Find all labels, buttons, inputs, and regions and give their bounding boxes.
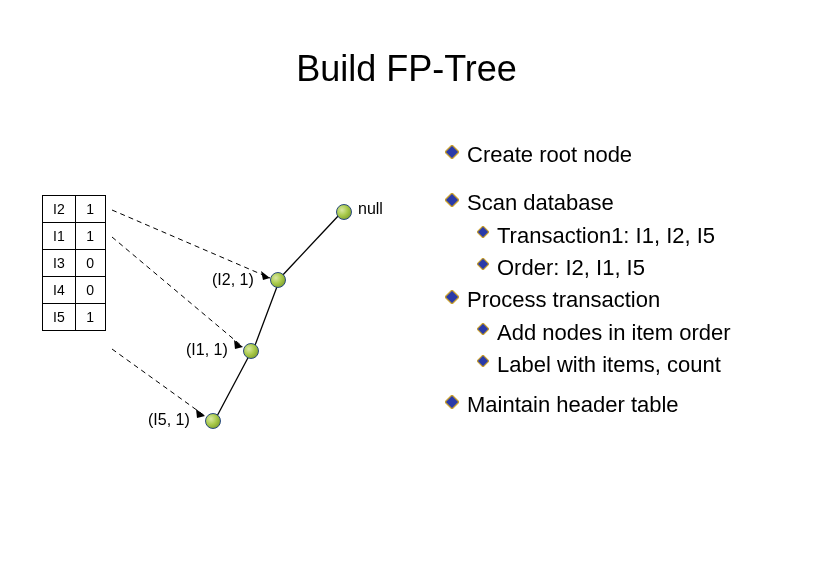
svg-line-13 xyxy=(112,349,205,416)
tree-node-i1 xyxy=(243,343,259,359)
svg-line-9 xyxy=(254,284,278,348)
tree-node-label-i5: (I5, 1) xyxy=(148,411,190,429)
svg-line-12 xyxy=(112,237,243,347)
diagram-edges xyxy=(0,0,813,566)
svg-marker-14 xyxy=(261,271,270,280)
tree-node-label-i2: (I2, 1) xyxy=(212,271,254,289)
svg-marker-16 xyxy=(196,409,205,418)
tree-node-i2 xyxy=(270,272,286,288)
svg-line-10 xyxy=(216,354,250,418)
tree-root-label: null xyxy=(358,200,383,218)
svg-line-11 xyxy=(112,210,270,278)
svg-line-8 xyxy=(280,214,340,278)
tree-node-label-i1: (I1, 1) xyxy=(186,341,228,359)
tree-node-root xyxy=(336,204,352,220)
tree-node-i5 xyxy=(205,413,221,429)
svg-marker-15 xyxy=(234,340,243,349)
